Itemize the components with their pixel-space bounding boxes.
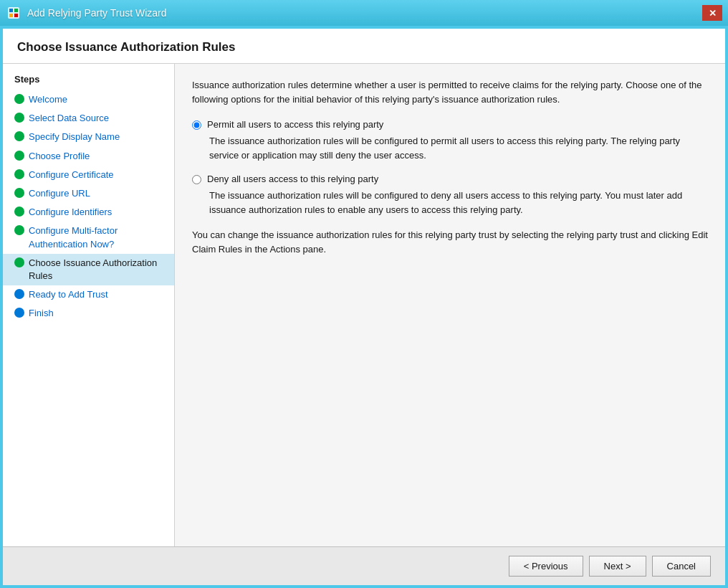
sidebar-item-choose-issuance[interactable]: Choose Issuance Authorization Rules	[3, 254, 174, 285]
sidebar-item-configure-identifiers[interactable]: Configure Identifiers	[3, 203, 174, 222]
sidebar-item-choose-profile[interactable]: Choose Profile	[3, 147, 174, 166]
dialog-header: Choose Issuance Authorization Rules	[3, 29, 725, 64]
svg-rect-4	[14, 14, 18, 17]
dialog-body: Choose Issuance Authorization Rules Step…	[3, 29, 725, 585]
sidebar-item-select-data-source[interactable]: Select Data Source	[3, 109, 174, 128]
permit-all-option[interactable]: Permit all users to access this relying …	[192, 119, 708, 130]
sidebar-heading: Steps	[3, 71, 174, 90]
sidebar-item-specify-display-name[interactable]: Specify Display Name	[3, 128, 174, 146]
sidebar-item-label: Configure Identifiers	[29, 206, 112, 219]
dot-icon	[14, 94, 24, 104]
svg-rect-1	[9, 9, 13, 12]
previous-button[interactable]: < Previous	[509, 556, 583, 577]
app-icon	[6, 5, 21, 21]
title-bar: Add Relying Party Trust Wizard ✕	[0, 0, 728, 26]
sidebar-item-label: Ready to Add Trust	[29, 288, 108, 301]
dot-icon	[14, 169, 24, 179]
dialog-content: Steps Welcome Select Data Source Specify…	[3, 64, 725, 546]
dot-icon	[14, 257, 24, 267]
sidebar-item-label: Finish	[29, 307, 54, 320]
permit-all-label[interactable]: Permit all users to access this relying …	[207, 119, 383, 130]
deny-all-option[interactable]: Deny all users access to this relying pa…	[192, 174, 708, 184]
close-button[interactable]: ✕	[702, 5, 722, 21]
dot-icon	[14, 113, 24, 123]
dialog-footer: < Previous Next > Cancel	[3, 546, 725, 585]
dot-icon	[14, 188, 24, 198]
description-text: Issuance authorization rules determine w…	[192, 78, 708, 106]
dot-icon	[14, 207, 24, 217]
dot-icon	[14, 151, 24, 161]
sidebar-item-configure-certificate[interactable]: Configure Certificate	[3, 166, 174, 184]
sidebar-item-label: Select Data Source	[29, 112, 109, 125]
footer-note: You can change the issuance authorizatio…	[192, 228, 708, 256]
main-panel: Issuance authorization rules determine w…	[175, 64, 725, 546]
svg-rect-3	[9, 14, 13, 17]
permit-all-radio[interactable]	[192, 120, 201, 130]
sidebar-item-ready-to-add[interactable]: Ready to Add Trust	[3, 285, 174, 304]
sidebar-item-label: Configure Multi-factor Authentication No…	[29, 224, 163, 250]
sidebar-item-label: Configure Certificate	[29, 169, 114, 181]
dot-icon	[14, 131, 24, 141]
dot-icon	[14, 289, 24, 299]
sidebar-item-label: Choose Issuance Authorization Rules	[29, 257, 163, 283]
svg-rect-2	[14, 9, 18, 12]
window-title: Add Relying Party Trust Wizard	[27, 7, 167, 19]
next-button[interactable]: Next >	[589, 556, 646, 577]
cancel-button[interactable]: Cancel	[652, 556, 711, 577]
sidebar-item-configure-multifactor[interactable]: Configure Multi-factor Authentication No…	[3, 222, 174, 253]
permit-all-description: The issuance authorization rules will be…	[209, 134, 708, 162]
deny-all-radio[interactable]	[192, 175, 201, 184]
title-bar-left: Add Relying Party Trust Wizard	[6, 5, 167, 21]
sidebar-item-label: Welcome	[29, 93, 67, 106]
sidebar-item-welcome[interactable]: Welcome	[3, 90, 174, 109]
sidebar-item-label: Configure URL	[29, 187, 90, 200]
sidebar: Steps Welcome Select Data Source Specify…	[3, 64, 175, 546]
wizard-window: Add Relying Party Trust Wizard ✕ Choose …	[0, 0, 728, 588]
deny-all-description: The issuance authorization rules will be…	[209, 189, 708, 217]
deny-all-label[interactable]: Deny all users access to this relying pa…	[207, 174, 378, 184]
page-title: Choose Issuance Authorization Rules	[17, 40, 711, 54]
sidebar-item-configure-url[interactable]: Configure URL	[3, 184, 174, 203]
dot-icon	[14, 308, 24, 318]
sidebar-item-label: Choose Profile	[29, 150, 90, 163]
sidebar-item-label: Specify Display Name	[29, 131, 120, 143]
sidebar-item-finish[interactable]: Finish	[3, 304, 174, 323]
dot-icon	[14, 225, 24, 235]
